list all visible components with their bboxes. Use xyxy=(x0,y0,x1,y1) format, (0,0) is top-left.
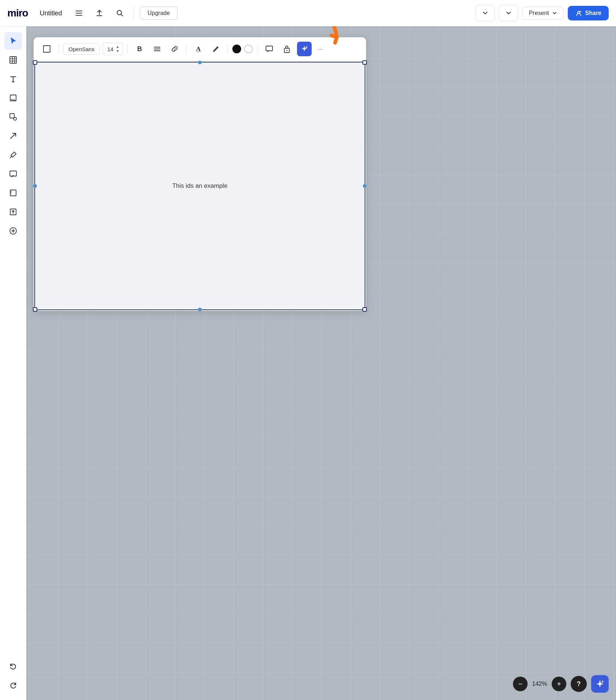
tb-sep-5 xyxy=(257,44,258,54)
resize-handle-ml[interactable] xyxy=(33,184,37,188)
tb-color-white[interactable] xyxy=(244,45,253,53)
left-sidebar xyxy=(0,26,26,700)
frame-container: OpenSans 14 ▲ ▼ B xyxy=(34,37,366,311)
nav-chevron1-button[interactable] xyxy=(476,5,495,21)
share-label: Share xyxy=(585,10,601,16)
font-size-arrows: ▲ ▼ xyxy=(115,45,120,53)
tb-link-button[interactable] xyxy=(167,42,182,56)
zoom-in-button[interactable]: + xyxy=(552,677,566,691)
sticky-frame[interactable]: This ids an example xyxy=(34,62,365,310)
resize-handle-tl[interactable] xyxy=(33,60,37,65)
font-name[interactable]: OpenSans xyxy=(63,43,100,55)
svg-point-4 xyxy=(578,11,580,14)
document-title[interactable]: Untitled xyxy=(35,7,66,19)
zoom-controls: − 142% + xyxy=(513,677,566,691)
tb-align-button[interactable] xyxy=(150,42,164,56)
ai-assistant-button[interactable] xyxy=(591,675,609,693)
resize-handle-mr[interactable] xyxy=(363,184,366,188)
resize-handle-bm[interactable] xyxy=(198,308,202,311)
sidebar-tool-add[interactable] xyxy=(4,222,22,240)
present-button[interactable]: Present xyxy=(522,7,563,20)
tb-sep-1 xyxy=(58,44,59,54)
tb-comment-button[interactable] xyxy=(262,42,277,56)
tb-ai-button[interactable] xyxy=(297,42,312,56)
sidebar-tool-shapes[interactable] xyxy=(4,108,22,126)
sidebar-tool-frame[interactable] xyxy=(4,184,22,202)
navbar: miro Untitled Upgrade Present xyxy=(0,0,616,26)
sidebar-tool-undo[interactable] xyxy=(4,658,22,675)
tb-color-black[interactable] xyxy=(232,45,241,53)
svg-rect-15 xyxy=(10,171,16,176)
sidebar-tool-comment[interactable] xyxy=(4,165,22,183)
text-color-icon: A xyxy=(196,45,201,53)
sidebar-tool-upload[interactable] xyxy=(4,203,22,221)
svg-point-14 xyxy=(14,117,16,120)
help-button[interactable]: ? xyxy=(571,676,587,692)
sidebar-tool-table[interactable] xyxy=(4,51,22,69)
font-size-up[interactable]: ▲ xyxy=(115,45,120,49)
zoom-out-button[interactable]: − xyxy=(513,677,528,691)
miro-logo: miro xyxy=(7,7,28,19)
svg-point-27 xyxy=(286,50,287,51)
sidebar-tool-eraser[interactable] xyxy=(4,146,22,164)
sidebar-tool-redo[interactable] xyxy=(4,677,22,694)
present-label: Present xyxy=(529,10,549,16)
tb-bold-button[interactable]: B xyxy=(132,42,147,56)
tb-frame-icon[interactable] xyxy=(39,42,54,56)
svg-rect-25 xyxy=(266,46,273,51)
tb-pen-button[interactable] xyxy=(209,42,223,56)
svg-rect-21 xyxy=(43,46,50,52)
svg-rect-7 xyxy=(10,57,16,63)
font-size-down[interactable]: ▼ xyxy=(115,49,120,53)
font-size-control[interactable]: 14 ▲ ▼ xyxy=(103,43,123,55)
nav-chevron2-button[interactable] xyxy=(499,5,518,21)
bottom-right-controls: − 142% + ? xyxy=(513,675,609,693)
search-button[interactable] xyxy=(112,5,128,21)
tb-sep-3 xyxy=(186,44,187,54)
zoom-level-display[interactable]: 142% xyxy=(531,681,549,687)
tb-text-color-button[interactable]: A xyxy=(191,42,206,56)
resize-handle-tr[interactable] xyxy=(362,60,367,65)
upload-button[interactable] xyxy=(91,5,107,21)
menu-button[interactable] xyxy=(71,5,87,21)
svg-text:+: + xyxy=(580,11,582,13)
tb-sep-4 xyxy=(228,44,228,54)
canvas-text: This ids an example xyxy=(172,182,227,190)
tb-lock-button[interactable] xyxy=(280,42,294,56)
font-size-value: 14 xyxy=(106,46,115,52)
sidebar-tool-arrow[interactable] xyxy=(4,127,22,145)
tb-more-button[interactable]: ··· xyxy=(315,45,326,53)
resize-handle-tm[interactable] xyxy=(198,61,202,64)
share-button[interactable]: + Share xyxy=(568,6,609,20)
canvas-area[interactable]: OpenSans 14 ▲ ▼ B xyxy=(26,26,616,700)
resize-handle-br[interactable] xyxy=(362,307,367,312)
sidebar-tool-select[interactable] xyxy=(4,32,22,50)
frame-toolbar: OpenSans 14 ▲ ▼ B xyxy=(34,37,366,61)
nav-separator xyxy=(134,7,134,20)
upgrade-button[interactable]: Upgrade xyxy=(140,7,178,20)
sidebar-tool-text[interactable] xyxy=(4,70,22,88)
svg-rect-13 xyxy=(10,114,14,118)
resize-handle-bl[interactable] xyxy=(33,307,37,312)
tb-sep-2 xyxy=(128,44,128,54)
sidebar-tool-sticky[interactable] xyxy=(4,89,22,107)
